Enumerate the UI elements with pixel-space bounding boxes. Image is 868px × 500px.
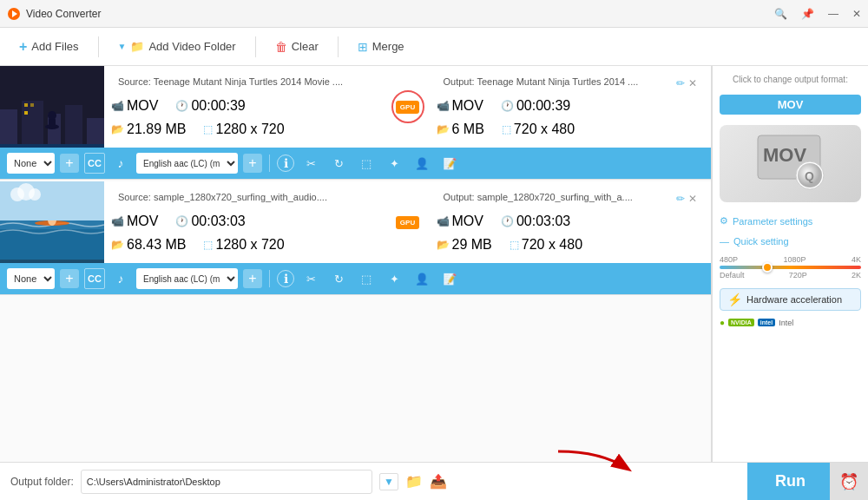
gpu-badge-1[interactable]: GPU [386, 66, 430, 148]
frame-icon-out-1: ⬚ [502, 123, 511, 135]
gpu-circle-2: GPU [391, 206, 424, 239]
font-select-1[interactable]: None [7, 153, 55, 174]
trash-icon: 🗑 [275, 40, 287, 54]
svg-text:MOV: MOV [763, 144, 806, 166]
cc-btn-1[interactable]: CC [84, 153, 105, 174]
format-icon-container: MOV Q [756, 134, 825, 194]
add-audio-btn-1[interactable]: + [243, 154, 262, 173]
cc-btn-2[interactable]: CC [84, 268, 105, 289]
alarm-icon: ⏰ [839, 472, 858, 491]
scissors-btn-1[interactable]: ✂ [299, 152, 322, 174]
quality-720p: 720P [789, 271, 807, 280]
quality-slider-track[interactable] [720, 266, 861, 269]
gpu-chip-label-2: GPU [396, 216, 419, 229]
add-video-folder-button[interactable]: ▼ 📁 Add Video Folder [109, 35, 245, 58]
quality-4k: 4K [852, 255, 861, 264]
quality-slider-container: 480P 1080P 4K Default 720P 2K [720, 255, 861, 280]
export-btn[interactable]: 📤 [430, 473, 447, 490]
font-select-2[interactable]: None [7, 268, 55, 289]
rotate-btn-1[interactable]: ↻ [327, 152, 350, 174]
hardware-acceleration-button[interactable]: ⚡ Hardware acceleration [720, 288, 861, 311]
edit-button-2[interactable]: ✏ [676, 193, 685, 205]
effects-btn-2[interactable]: ✦ [383, 267, 405, 290]
alarm-button[interactable]: ⏰ [830, 463, 868, 501]
remove-button-1[interactable]: ✕ [688, 77, 697, 89]
remove-button-2[interactable]: ✕ [688, 193, 697, 205]
quality-top-labels: 480P 1080P 4K [720, 255, 861, 264]
toolbar-separator-1 [98, 36, 99, 57]
add-subtitle-btn-2[interactable]: + [60, 269, 79, 288]
add-audio-btn-2[interactable]: + [243, 269, 262, 288]
gpu-circle-1: GPU [391, 90, 424, 123]
add-video-folder-label: Add Video Folder [148, 40, 235, 53]
folder-icon-out-1: 📂 [437, 123, 450, 135]
pin-btn[interactable]: 📌 [801, 8, 814, 20]
format-selector[interactable]: MOV [720, 95, 861, 115]
quick-setting-label: — Quick setting [720, 236, 861, 247]
tool-row-1: None + CC ♪ English aac (LC) (m + ℹ ✂ ↻ … [0, 148, 711, 179]
source-format-value-1: MOV [127, 98, 158, 114]
clock-icon-2: 🕐 [175, 215, 188, 227]
right-panel: Click to change output format: MOV MOV [712, 66, 868, 462]
file-row-2: Source: sample_1280x720_surfing_with_aud… [0, 181, 711, 263]
source-resolution-value-1: 1280 x 720 [215, 122, 284, 137]
run-button[interactable]: Run [747, 463, 833, 501]
effects-btn-1[interactable]: ✦ [383, 152, 405, 174]
output-format-2: 📹 MOV [437, 214, 483, 229]
close-btn[interactable]: ✕ [852, 8, 861, 20]
add-files-button[interactable]: + Add Files [10, 34, 88, 60]
quick-setting-text: Quick setting [733, 236, 789, 247]
clear-button[interactable]: 🗑 Clear [266, 35, 327, 59]
intel-label: Intel [779, 319, 793, 327]
source-duration-value-1: 00:00:39 [191, 98, 245, 114]
watermark-btn-1[interactable]: 👤 [411, 152, 433, 174]
file-row-1: Source: Teenage Mutant Ninja Turtles 201… [0, 66, 711, 148]
parameter-settings-button[interactable]: ⚙ Parameter settings [720, 213, 861, 229]
output-label-1: Output: Teenage Mutant Ninja Turtles 201… [444, 76, 639, 87]
merge-label: Merge [372, 40, 404, 53]
svg-rect-9 [30, 103, 34, 107]
quality-bottom-labels: Default 720P 2K [720, 271, 861, 280]
quality-slider-thumb[interactable] [762, 262, 773, 273]
info-btn-1[interactable]: ℹ [277, 155, 294, 172]
audio-icon-btn-2[interactable]: ♪ [110, 268, 131, 289]
source-format-1: 📹 MOV [111, 98, 158, 114]
gpu-badge-2[interactable]: GPU [386, 181, 430, 263]
crop-btn-2[interactable]: ⬚ [355, 267, 378, 290]
source-size-value-2: 68.43 MB [127, 237, 186, 253]
folder-icon-out-2: 📂 [437, 239, 450, 251]
rotate-btn-2[interactable]: ↻ [327, 267, 350, 290]
source-resolution-2: ⬚ 1280 x 720 [203, 237, 284, 253]
source-label-1: Source: Teenage Mutant Ninja Turtles 201… [118, 76, 343, 87]
svg-text:Q: Q [805, 169, 814, 183]
folder-path-input[interactable] [81, 470, 372, 494]
minimize-btn[interactable]: — [828, 8, 838, 20]
add-files-label: Add Files [31, 40, 78, 53]
source-header-1: Source: Teenage Mutant Ninja Turtles 201… [111, 73, 379, 94]
frame-icon-2: ⬚ [203, 239, 213, 251]
video-icon-out-2: 📹 [437, 215, 450, 227]
dropdown-arrow-btn[interactable]: ▼ [379, 473, 398, 490]
add-subtitle-btn-1[interactable]: + [60, 154, 79, 173]
source-duration-2: 🕐 00:03:03 [175, 214, 245, 229]
audio-icon-btn-1[interactable]: ♪ [110, 153, 131, 174]
source-header-2: Source: sample_1280x720_surfing_with_aud… [111, 188, 379, 209]
merge-button[interactable]: ⊞ Merge [349, 35, 413, 59]
audio-select-1[interactable]: English aac (LC) (m [136, 153, 238, 174]
tool-sep-2 [269, 270, 270, 287]
merge-icon: ⊞ [358, 40, 368, 54]
folder-icon: 📁 [130, 40, 144, 53]
source-size-row-2: 📂 68.43 MB ⬚ 1280 x 720 [111, 234, 379, 256]
gpu-chip-label-1: GPU [396, 101, 419, 114]
audio-select-2[interactable]: English aac (LC) (m [136, 268, 238, 289]
crop-btn-1[interactable]: ⬚ [355, 152, 378, 174]
subtitle-edit-btn-2[interactable]: 📝 [438, 267, 461, 290]
edit-button-1[interactable]: ✏ [676, 77, 685, 89]
info-btn-2[interactable]: ℹ [277, 270, 294, 287]
scissors-btn-2[interactable]: ✂ [299, 267, 322, 290]
watermark-btn-2[interactable]: 👤 [411, 267, 433, 290]
search-btn[interactable]: 🔍 [774, 8, 787, 20]
browse-folder-btn[interactable]: 📁 [405, 473, 423, 490]
subtitle-edit-btn-1[interactable]: 📝 [438, 152, 461, 174]
frame-icon-1: ⬚ [203, 123, 213, 135]
